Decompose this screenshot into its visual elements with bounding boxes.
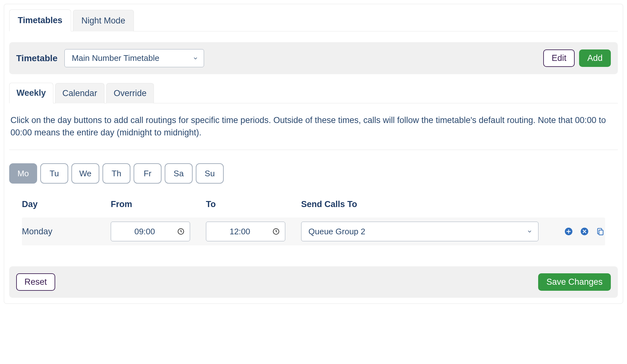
cell-send-to: Queue Group 2 — [301, 218, 538, 245]
timetable-select[interactable]: Main Number Timetable — [64, 49, 204, 67]
row-actions — [542, 218, 605, 245]
day-tu[interactable]: Tu — [40, 163, 68, 184]
subtab-weekly[interactable]: Weekly — [9, 83, 53, 103]
timetables-panel: Timetables Night Mode Timetable Main Num… — [4, 4, 623, 304]
main-tabs: Timetables Night Mode — [9, 9, 618, 31]
clock-icon — [272, 228, 280, 235]
divider — [9, 150, 618, 150]
add-button[interactable]: Add — [579, 49, 611, 67]
instructions-text: Click on the day buttons to add call rou… — [10, 114, 617, 139]
day-we[interactable]: We — [71, 163, 99, 184]
tab-timetables[interactable]: Timetables — [9, 10, 71, 31]
col-to: To — [206, 196, 298, 218]
col-day: Day — [22, 196, 108, 218]
send-calls-to-select[interactable]: Queue Group 2 — [301, 222, 538, 241]
col-send-to: Send Calls To — [301, 196, 538, 218]
x-circle-icon — [580, 227, 589, 236]
delete-row-button[interactable] — [580, 227, 589, 236]
cell-from: 09:00 — [111, 218, 203, 245]
copy-row-button[interactable] — [596, 227, 605, 236]
to-time-input[interactable]: 12:00 — [206, 222, 285, 241]
subtab-calendar[interactable]: Calendar — [55, 83, 105, 103]
day-mo[interactable]: Mo — [9, 163, 37, 184]
day-su[interactable]: Su — [196, 163, 224, 184]
from-time-input[interactable]: 09:00 — [111, 222, 190, 241]
tab-night-mode[interactable]: Night Mode — [73, 10, 134, 31]
timetable-bar: Timetable Main Number Timetable Edit Add — [9, 42, 618, 74]
send-calls-to-value: Queue Group 2 — [308, 227, 365, 237]
day-sa[interactable]: Sa — [165, 163, 193, 184]
cell-to: 12:00 — [206, 218, 298, 245]
col-from: From — [111, 196, 203, 218]
plus-circle-icon — [564, 227, 573, 236]
table-row: Monday 09:00 12:00 Queue Group 2 — [9, 218, 618, 245]
col-actions — [542, 201, 605, 213]
svg-rect-4 — [599, 230, 603, 235]
cell-day: Monday — [22, 218, 108, 245]
sub-tabs: Weekly Calendar Override — [9, 82, 618, 103]
add-row-button[interactable] — [564, 227, 573, 236]
timetable-select-wrap: Main Number Timetable — [64, 49, 204, 67]
day-fr[interactable]: Fr — [134, 163, 162, 184]
day-buttons: Mo Tu We Th Fr Sa Su — [9, 163, 618, 184]
copy-icon — [596, 227, 604, 236]
day-th[interactable]: Th — [102, 163, 130, 184]
day-value: Monday — [22, 227, 52, 237]
chevron-down-icon — [527, 229, 532, 234]
bottom-bar: Reset Save Changes — [9, 266, 618, 298]
timetable-bar-actions: Edit Add — [543, 49, 611, 67]
timetable-label: Timetable — [16, 53, 57, 63]
edit-button[interactable]: Edit — [543, 49, 575, 67]
save-changes-button[interactable]: Save Changes — [538, 273, 611, 291]
clock-icon — [177, 228, 185, 235]
subtab-override[interactable]: Override — [106, 83, 154, 103]
reset-button[interactable]: Reset — [16, 273, 55, 291]
